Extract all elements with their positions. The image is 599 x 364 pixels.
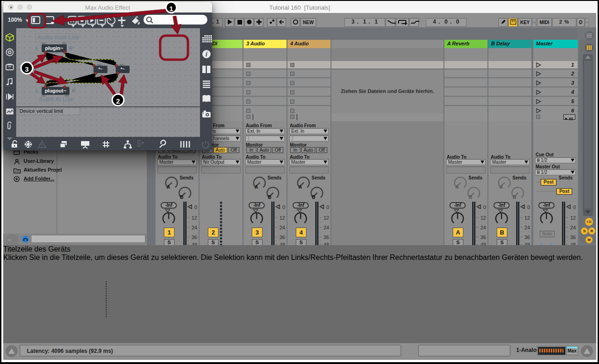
svg-text:i: i bbox=[206, 51, 207, 58]
